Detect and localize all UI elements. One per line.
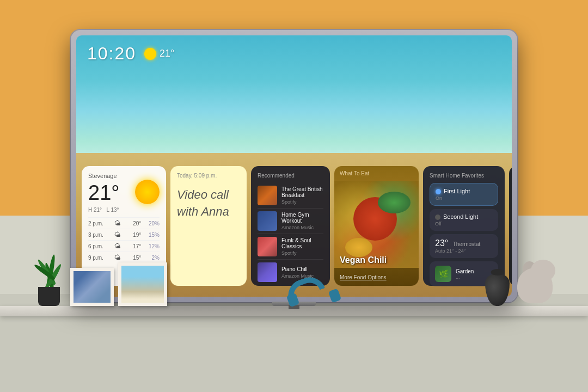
headphone-ear-right bbox=[328, 289, 341, 303]
plant-leaves bbox=[33, 241, 65, 290]
weather-display: 21° bbox=[144, 48, 174, 60]
weather-hi-lo: H 21° L 13° bbox=[88, 207, 160, 213]
weather-city: Stevenage bbox=[88, 173, 160, 179]
plant bbox=[33, 241, 65, 306]
first-light-name: First Light bbox=[436, 188, 492, 194]
elephant-body bbox=[517, 268, 553, 303]
music-title: The Great British Breakfast bbox=[281, 186, 323, 198]
weather-temp-overlay: 21° bbox=[160, 48, 174, 59]
plant-pot bbox=[38, 287, 60, 306]
time-display: 10:20 bbox=[87, 44, 136, 64]
music-item[interactable]: The Great British Breakfast Spotify bbox=[258, 183, 323, 209]
first-light-status: On bbox=[436, 195, 492, 201]
music-item[interactable]: Home Gym Workout Amazon Music bbox=[258, 209, 323, 234]
photo-frames bbox=[70, 262, 167, 306]
music-info: The Great British Breakfast Spotify bbox=[281, 186, 323, 205]
music-source: Spotify bbox=[281, 199, 323, 205]
weather-sun-icon bbox=[135, 180, 160, 204]
sun-icon bbox=[144, 48, 156, 60]
food-header: What To Eat bbox=[334, 166, 419, 181]
forecast-row: 2 p.m. 🌤 20° 20% bbox=[88, 217, 160, 229]
light-on-icon bbox=[436, 189, 441, 194]
food-decoration-2 bbox=[378, 192, 411, 213]
vase bbox=[485, 273, 510, 306]
music-thumb-british bbox=[258, 186, 277, 205]
music-header: Recommended bbox=[258, 173, 323, 179]
music-title: Home Gym Workout bbox=[281, 212, 323, 224]
music-info: Home Gym Workout Amazon Music bbox=[281, 212, 323, 230]
photo-frame-1 bbox=[70, 268, 114, 306]
forecast-row: 3 p.m. 🌤 19° 15% bbox=[88, 229, 160, 240]
shelf-items bbox=[0, 241, 588, 306]
headphones bbox=[285, 279, 340, 306]
time-weather-overlay: 10:20 21° bbox=[87, 44, 174, 64]
smarthome-header: Smart Home Favorites bbox=[430, 173, 498, 179]
note-date: Today, 5:09 p.m. bbox=[177, 173, 240, 179]
smart-device-first-light[interactable]: First Light On bbox=[430, 183, 498, 206]
music-thumb-gym bbox=[258, 211, 277, 231]
light-off-icon bbox=[435, 215, 440, 220]
note-text: Video call with Anna bbox=[177, 187, 240, 220]
photo-frame-2 bbox=[118, 262, 167, 306]
smart-device-second-light[interactable]: Second Light Off bbox=[430, 209, 498, 231]
second-light-name: Second Light bbox=[435, 213, 493, 220]
elephant-toy bbox=[514, 257, 555, 306]
music-source: Amazon Music bbox=[281, 225, 323, 230]
second-light-status: Off bbox=[435, 221, 493, 226]
